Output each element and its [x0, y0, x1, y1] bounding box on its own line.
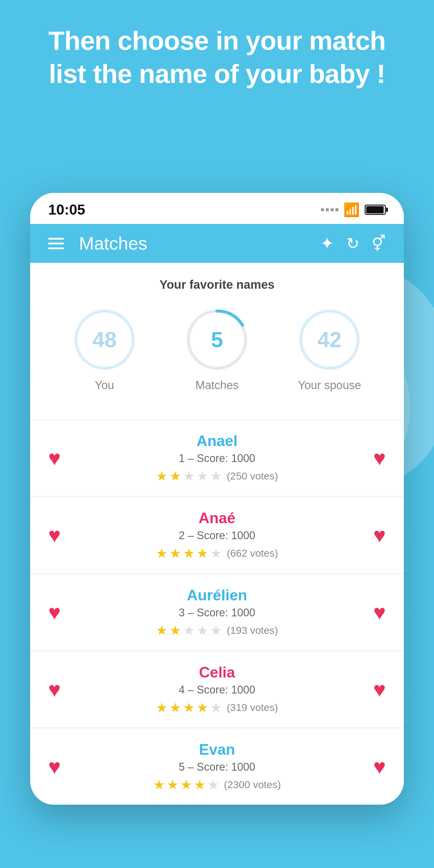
heart-left-icon[interactable]: ♥ — [48, 600, 61, 624]
votes-count: (662 votes) — [227, 547, 278, 559]
star-filled: ★ — [169, 468, 181, 484]
refresh-icon[interactable]: ↻ — [346, 235, 360, 253]
star-empty: ★ — [183, 623, 195, 638]
matches-circle: 5 — [184, 307, 250, 373]
signal-dots-icon — [321, 208, 338, 211]
star-half: ★ — [196, 546, 208, 561]
star-filled: ★ — [180, 777, 192, 792]
star-filled: ★ — [153, 777, 165, 792]
stats-circles: 48 You 5 Matches — [48, 307, 386, 392]
star-filled: ★ — [167, 777, 179, 792]
list-item[interactable]: ♥ Anaé 2 – Score: 1000 ★★★★★ (662 votes)… — [30, 497, 404, 573]
stat-spouse: 42 Your spouse — [296, 307, 363, 392]
phone-mockup: 10:05 📶 Matches ✦ ↻ ⚥ Your favorite name — [30, 193, 404, 805]
star-filled: ★ — [156, 700, 167, 715]
star-filled: ★ — [183, 700, 195, 715]
heart-right-icon[interactable]: ♥ — [373, 755, 386, 779]
star-empty: ★ — [183, 468, 195, 484]
star-empty: ★ — [196, 468, 208, 484]
main-content: Your favorite names 48 You — [30, 263, 404, 805]
name-info: Evan 5 – Score: 1000 ★★★★★ (2300 votes) — [61, 741, 373, 792]
stat-matches: 5 Matches — [184, 307, 250, 392]
name-text: Evan — [70, 741, 364, 758]
name-info: Anael 1 – Score: 1000 ★★★★★ (250 votes) — [61, 432, 373, 484]
status-bar: 10:05 📶 — [30, 193, 404, 224]
you-number: 48 — [93, 327, 117, 352]
stars-row: ★★★★★ (193 votes) — [70, 623, 364, 638]
header-actions: ✦ ↻ ⚥ — [320, 234, 386, 253]
star-empty: ★ — [210, 623, 222, 638]
stars-row: ★★★★★ (2300 votes) — [70, 777, 364, 792]
stat-you: 48 You — [71, 307, 138, 392]
heart-left-icon[interactable]: ♥ — [48, 446, 61, 470]
name-score: 3 – Score: 1000 — [70, 607, 364, 619]
spouse-label: Your spouse — [298, 379, 361, 392]
heart-left-icon[interactable]: ♥ — [48, 523, 61, 547]
app-header: Matches ✦ ↻ ⚥ — [30, 224, 404, 263]
wifi-icon: 📶 — [343, 202, 360, 218]
star-empty: ★ — [196, 623, 208, 638]
votes-count: (250 votes) — [227, 470, 278, 482]
star-half: ★ — [196, 700, 208, 715]
name-info: Aurélien 3 – Score: 1000 ★★★★★ (193 vote… — [61, 587, 373, 638]
status-icons: 📶 — [321, 202, 386, 218]
list-item[interactable]: ♥ Anael 1 – Score: 1000 ★★★★★ (250 votes… — [30, 420, 404, 496]
star-filled: ★ — [183, 546, 195, 561]
spouse-number: 42 — [317, 327, 341, 352]
name-info: Celia 4 – Score: 1000 ★★★★★ (319 votes) — [61, 664, 373, 715]
name-list: ♥ Anael 1 – Score: 1000 ★★★★★ (250 votes… — [30, 420, 404, 805]
name-text: Anael — [70, 432, 364, 450]
votes-count: (193 votes) — [227, 624, 278, 636]
star-filled: ★ — [156, 546, 167, 561]
spouse-circle: 42 — [296, 307, 363, 373]
star-filled: ★ — [169, 623, 181, 638]
name-score: 1 – Score: 1000 — [70, 452, 364, 465]
heart-right-icon[interactable]: ♥ — [373, 600, 386, 624]
stars-row: ★★★★★ (319 votes) — [70, 700, 364, 715]
star-empty: ★ — [210, 700, 222, 715]
header-title: Matches — [79, 233, 308, 254]
battery-icon — [365, 205, 386, 215]
name-score: 4 – Score: 1000 — [70, 684, 364, 696]
list-item[interactable]: ♥ Evan 5 – Score: 1000 ★★★★★ (2300 votes… — [30, 729, 404, 805]
gender-icon[interactable]: ⚥ — [372, 235, 386, 253]
heart-right-icon[interactable]: ♥ — [373, 446, 386, 470]
you-label: You — [95, 379, 114, 392]
votes-count: (2300 votes) — [224, 779, 281, 790]
star-half: ★ — [194, 777, 206, 792]
star-filled: ★ — [156, 468, 167, 484]
name-text: Anaé — [70, 509, 364, 527]
star-empty: ★ — [207, 777, 219, 792]
heart-left-icon[interactable]: ♥ — [48, 755, 61, 779]
stars-row: ★★★★★ (250 votes) — [70, 468, 364, 484]
heart-right-icon[interactable]: ♥ — [373, 523, 386, 547]
name-score: 5 – Score: 1000 — [70, 761, 364, 773]
name-info: Anaé 2 – Score: 1000 ★★★★★ (662 votes) — [61, 509, 373, 561]
you-circle: 48 — [71, 307, 138, 373]
list-item[interactable]: ♥ Celia 4 – Score: 1000 ★★★★★ (319 votes… — [30, 652, 404, 727]
sparkle-icon[interactable]: ✦ — [320, 234, 334, 253]
stats-card: Your favorite names 48 You — [30, 263, 404, 419]
heart-right-icon[interactable]: ♥ — [373, 678, 386, 702]
star-filled: ★ — [169, 546, 181, 561]
name-text: Aurélien — [70, 587, 364, 604]
hero-text: Then choose in your match list the name … — [0, 0, 434, 108]
stats-title: Your favorite names — [48, 278, 386, 291]
matches-number: 5 — [211, 327, 223, 352]
star-empty: ★ — [210, 546, 222, 561]
star-filled: ★ — [156, 623, 167, 638]
stars-row: ★★★★★ (662 votes) — [70, 546, 364, 561]
votes-count: (319 votes) — [227, 702, 278, 713]
name-text: Celia — [70, 664, 364, 681]
status-time: 10:05 — [48, 201, 85, 218]
menu-button[interactable] — [48, 238, 64, 249]
heart-left-icon[interactable]: ♥ — [48, 678, 61, 702]
list-item[interactable]: ♥ Aurélien 3 – Score: 1000 ★★★★★ (193 vo… — [30, 575, 404, 650]
matches-label: Matches — [195, 379, 239, 392]
star-empty: ★ — [210, 468, 222, 484]
name-score: 2 – Score: 1000 — [70, 529, 364, 542]
star-filled: ★ — [169, 700, 181, 715]
